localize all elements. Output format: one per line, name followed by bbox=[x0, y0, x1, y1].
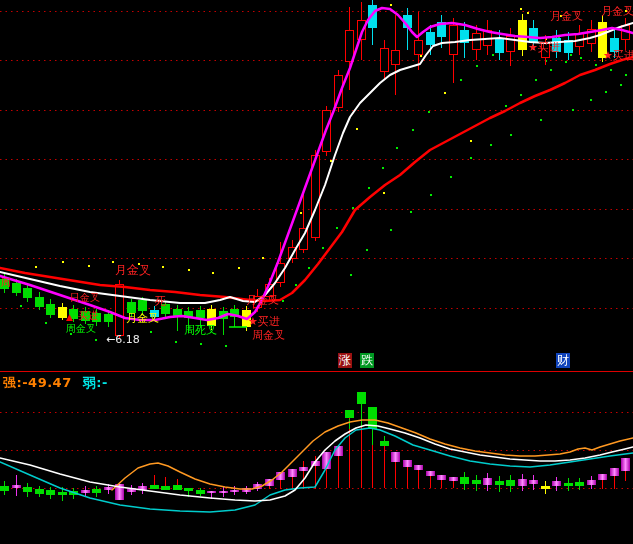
tab-finance[interactable]: 财 bbox=[556, 353, 570, 368]
tab-fall[interactable]: 跌 bbox=[360, 353, 374, 368]
strength-value: 强:-49.47 bbox=[3, 375, 72, 390]
tab-rise[interactable]: 涨 bbox=[338, 353, 352, 368]
weakness-value: 弱:- bbox=[83, 375, 108, 390]
kline-chart-canvas[interactable] bbox=[0, 0, 633, 544]
divider-line bbox=[0, 371, 633, 372]
stock-chart-window: 涨 跌 财 强:-49.47 弱:- 周日金叉▲买进周金叉月金叉死月金叉←6.1… bbox=[0, 0, 633, 544]
strength-weakness-readout: 强:-49.47 弱:- bbox=[3, 374, 114, 392]
